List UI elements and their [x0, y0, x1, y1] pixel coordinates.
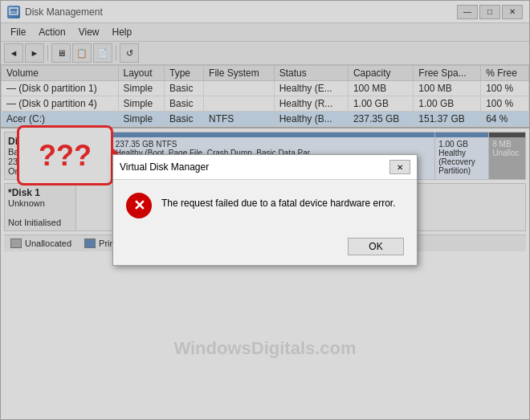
- dialog-close-button[interactable]: ✕: [389, 160, 410, 174]
- ok-button[interactable]: OK: [348, 238, 404, 255]
- dialog-footer: OK: [113, 231, 417, 265]
- main-window: Disk Management — □ ✕ File Action View H…: [0, 0, 530, 420]
- error-icon: ✕: [126, 193, 152, 218]
- error-dialog: Virtual Disk Manager ✕ ✕ The request fai…: [112, 154, 418, 266]
- dialog-message: The request failed due to a fatal device…: [161, 193, 396, 210]
- dialog-title-bar: Virtual Disk Manager ✕: [113, 155, 417, 180]
- dialog-overlay: Virtual Disk Manager ✕ ✕ The request fai…: [1, 1, 529, 419]
- dialog-body: ✕ The request failed due to a fatal devi…: [113, 180, 417, 231]
- dialog-title-text: Virtual Disk Manager: [120, 161, 209, 173]
